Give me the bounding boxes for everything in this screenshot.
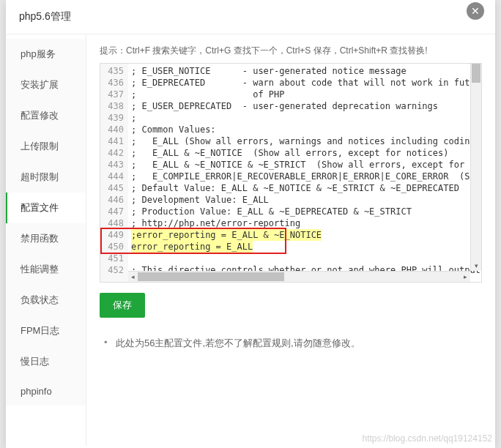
sidebar-item-3[interactable]: 上传限制 bbox=[6, 131, 86, 162]
code-line[interactable]: ; E_USER_DEPRECATED - user-generated dep… bbox=[131, 100, 478, 112]
line-number: 447 bbox=[102, 206, 124, 217]
code-line[interactable]: ;error_reporting = E_ALL & ~E_NOTICE bbox=[131, 229, 478, 241]
scroll-left-icon[interactable]: ◂ bbox=[128, 272, 138, 282]
line-number: 436 bbox=[102, 77, 124, 89]
close-icon: ✕ bbox=[471, 5, 480, 17]
code-line[interactable]: ; http://php.net/error-reporting bbox=[131, 217, 478, 229]
line-number: 445 bbox=[102, 182, 124, 194]
code-content[interactable]: ; E_USER_NOTICE - user-generated notice … bbox=[128, 64, 481, 282]
modal-title: php5.6管理 bbox=[6, 0, 495, 34]
sidebar-item-2[interactable]: 配置修改 bbox=[6, 100, 86, 131]
line-number: 452 bbox=[102, 264, 124, 276]
line-number: 448 bbox=[102, 217, 124, 229]
vertical-scrollbar[interactable]: ▴ ▾ bbox=[470, 64, 481, 271]
sidebar-item-1[interactable]: 安装扩展 bbox=[6, 70, 86, 100]
code-line[interactable]: ; E_DEPRECATED - warn about code that wi… bbox=[131, 77, 478, 89]
code-line[interactable]: ; E_COMPILE_ERROR|E_RECOVERABLE_ERROR|E_… bbox=[131, 171, 478, 182]
watermark-text: https://blog.csdn.net/qq19124152 bbox=[363, 433, 492, 444]
code-line[interactable]: ; E_USER_NOTICE - user-generated notice … bbox=[131, 65, 478, 77]
sidebar-item-10[interactable]: 慢日志 bbox=[6, 346, 86, 377]
line-number: 449 bbox=[102, 229, 124, 241]
modal-dialog: ✕ php5.6管理 php服务安装扩展配置修改上传限制超时限制配置文件禁用函数… bbox=[6, 0, 495, 448]
code-line[interactable] bbox=[131, 253, 478, 264]
scroll-down-icon[interactable]: ▾ bbox=[471, 261, 481, 271]
sidebar-item-11[interactable]: phpinfo bbox=[6, 377, 86, 406]
sidebar-item-4[interactable]: 超时限制 bbox=[6, 162, 86, 193]
line-gutter: 4354364374384394404414424434444454464474… bbox=[100, 64, 128, 282]
close-button[interactable]: ✕ bbox=[467, 2, 484, 20]
code-line[interactable]: ; E_ALL & ~E_NOTICE & ~E_STRICT (Show al… bbox=[131, 159, 478, 171]
sidebar-item-5[interactable]: 配置文件 bbox=[6, 193, 86, 223]
line-number: 441 bbox=[102, 135, 124, 147]
code-line[interactable]: ; bbox=[131, 112, 478, 124]
code-line[interactable]: ; Development Value: E_ALL bbox=[131, 194, 478, 206]
hint-text: 提示：Ctrl+F 搜索关键字，Ctrl+G 查找下一个，Ctrl+S 保存，C… bbox=[100, 45, 482, 57]
line-number: 443 bbox=[102, 159, 124, 171]
line-number: 444 bbox=[102, 171, 124, 182]
code-editor[interactable]: 4354364374384394404414424434444454464474… bbox=[100, 63, 482, 283]
sidebar-item-6[interactable]: 禁用函数 bbox=[6, 223, 86, 254]
code-line[interactable]: ; Production Value: E_ALL & ~E_DEPRECATE… bbox=[131, 206, 478, 217]
sidebar-item-8[interactable]: 负载状态 bbox=[6, 285, 86, 316]
sidebar: php服务安装扩展配置修改上传限制超时限制配置文件禁用函数性能调整负载状态FPM… bbox=[6, 34, 86, 446]
line-number: 451 bbox=[102, 253, 124, 264]
horizontal-scrollbar[interactable]: ◂ ▸ bbox=[128, 271, 470, 282]
code-line[interactable]: error_reporting = E_ALL bbox=[131, 241, 478, 253]
vertical-scroll-thumb[interactable] bbox=[472, 64, 480, 83]
code-line[interactable]: ; Common Values: bbox=[131, 124, 478, 135]
line-number: 437 bbox=[102, 89, 124, 100]
horizontal-scroll-thumb[interactable] bbox=[138, 272, 284, 281]
line-number: 450 bbox=[102, 241, 124, 253]
line-number: 440 bbox=[102, 124, 124, 135]
sidebar-item-7[interactable]: 性能调整 bbox=[6, 254, 86, 285]
line-number: 446 bbox=[102, 194, 124, 206]
code-line[interactable]: ; E_ALL (Show all errors, warnings and n… bbox=[131, 135, 478, 147]
code-line[interactable]: ; of PHP bbox=[131, 89, 478, 100]
line-number: 435 bbox=[102, 65, 124, 77]
line-number: 438 bbox=[102, 100, 124, 112]
warning-note: 此处为56主配置文件,若您不了解配置规则,请勿随意修改。 bbox=[100, 337, 482, 350]
save-button[interactable]: 保存 bbox=[100, 293, 145, 318]
sidebar-item-9[interactable]: FPM日志 bbox=[6, 316, 86, 346]
modal-body: php服务安装扩展配置修改上传限制超时限制配置文件禁用函数性能调整负载状态FPM… bbox=[6, 34, 495, 446]
sidebar-item-0[interactable]: php服务 bbox=[6, 39, 86, 70]
scroll-right-icon[interactable]: ▸ bbox=[461, 272, 470, 282]
line-number: 442 bbox=[102, 147, 124, 159]
code-line[interactable]: ; E_ALL & ~E_NOTICE (Show all errors, ex… bbox=[131, 147, 478, 159]
content-area: 提示：Ctrl+F 搜索关键字，Ctrl+G 查找下一个，Ctrl+S 保存，C… bbox=[86, 34, 495, 446]
line-number: 439 bbox=[102, 112, 124, 124]
code-line[interactable]: ; Default Value: E_ALL & ~E_NOTICE & ~E_… bbox=[131, 182, 478, 194]
